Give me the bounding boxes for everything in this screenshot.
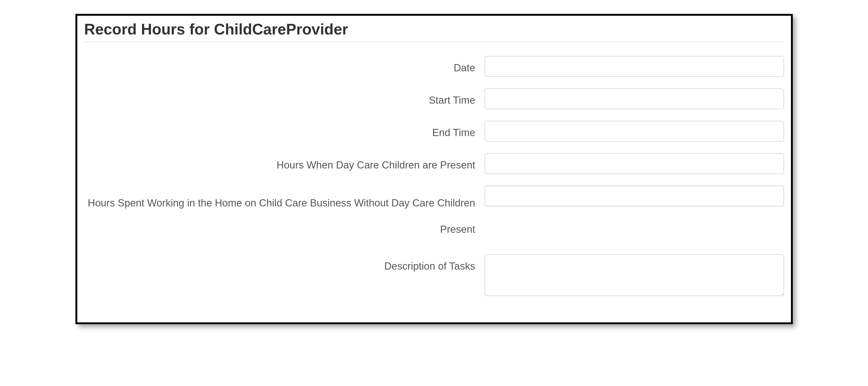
hours-children-present-input[interactable] <box>485 153 784 174</box>
record-hours-panel: Record Hours for ChildCareProvider Date … <box>75 14 793 324</box>
page-title: Record Hours for ChildCareProvider <box>84 20 784 42</box>
hours-children-present-input-wrap <box>485 153 784 174</box>
hours-children-absent-label: Hours Spent Working in the Home on Child… <box>84 186 485 243</box>
end-time-label: End Time <box>84 121 485 140</box>
hours-children-absent-input-wrap <box>485 186 784 206</box>
description-textarea[interactable] <box>485 254 784 296</box>
form-row-start-time: Start Time <box>84 88 784 109</box>
hours-children-present-label: Hours When Day Care Children are Present <box>84 153 485 173</box>
description-input-wrap <box>485 254 784 297</box>
end-time-input[interactable] <box>485 121 784 142</box>
form-row-hours-children-present: Hours When Day Care Children are Present <box>84 153 784 174</box>
hours-children-absent-input[interactable] <box>485 186 784 206</box>
form-row-description: Description of Tasks <box>84 254 784 297</box>
form-row-hours-children-absent: Hours Spent Working in the Home on Child… <box>84 186 784 243</box>
start-time-input-wrap <box>485 88 784 109</box>
date-input[interactable] <box>485 56 784 77</box>
date-input-wrap <box>485 56 784 77</box>
end-time-input-wrap <box>485 121 784 142</box>
description-label: Description of Tasks <box>84 254 485 274</box>
start-time-input[interactable] <box>485 88 784 109</box>
date-label: Date <box>84 56 485 76</box>
start-time-label: Start Time <box>84 88 485 108</box>
form-row-date: Date <box>84 56 784 77</box>
form-row-end-time: End Time <box>84 121 784 142</box>
